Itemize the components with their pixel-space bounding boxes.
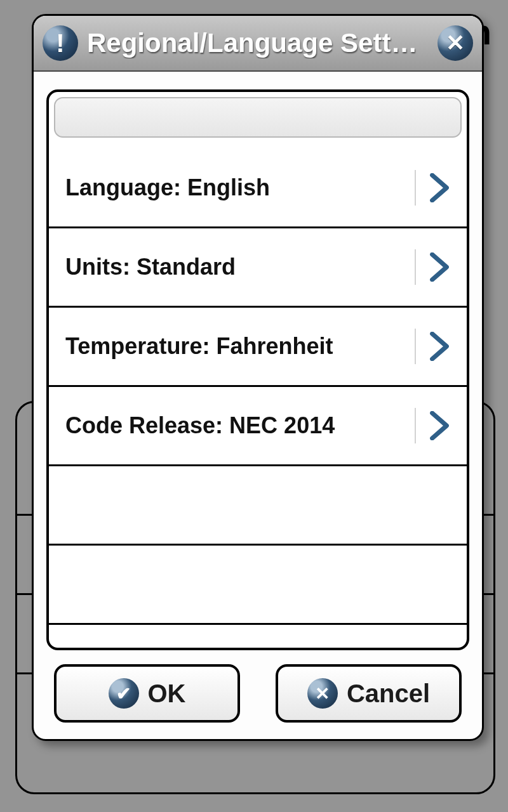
row-code-release[interactable]: Code Release: NEC 2014 <box>49 387 467 466</box>
row-empty <box>49 546 467 625</box>
dialog-body: Language: English Units: Standard Temper… <box>46 89 469 650</box>
cancel-button[interactable]: ✕ Cancel <box>276 664 462 723</box>
settings-list: Language: English Units: Standard Temper… <box>49 149 467 625</box>
chevron-right-icon <box>429 332 450 361</box>
row-label: Temperature: Fahrenheit <box>65 333 415 360</box>
row-separator <box>415 408 416 443</box>
row-separator <box>415 170 416 206</box>
chevron-right-icon <box>429 411 450 440</box>
regional-settings-dialog: ! Regional/Language Sett… ✕ Language: En… <box>32 14 484 741</box>
dialog-header: ! Regional/Language Sett… ✕ <box>34 16 482 72</box>
search-input[interactable] <box>54 97 462 138</box>
cancel-icon: ✕ <box>307 678 338 709</box>
row-label: Code Release: NEC 2014 <box>65 412 415 439</box>
row-label: Units: Standard <box>65 254 415 280</box>
ok-button[interactable]: ✔ OK <box>54 664 240 723</box>
row-empty <box>49 466 467 546</box>
chevron-right-icon <box>429 173 450 202</box>
chevron-right-icon <box>429 252 450 282</box>
alert-icon: ! <box>43 25 78 61</box>
row-separator <box>415 249 416 285</box>
row-language[interactable]: Language: English <box>49 149 467 228</box>
row-separator <box>415 329 416 364</box>
row-label: Language: English <box>65 174 415 201</box>
check-icon: ✔ <box>109 678 139 709</box>
ok-button-label: OK <box>148 679 186 708</box>
row-units[interactable]: Units: Standard <box>49 228 467 308</box>
dialog-footer: ✔ OK ✕ Cancel <box>54 664 462 723</box>
close-button[interactable]: ✕ <box>438 25 473 61</box>
cancel-button-label: Cancel <box>347 679 430 708</box>
row-temperature[interactable]: Temperature: Fahrenheit <box>49 308 467 387</box>
dialog-title: Regional/Language Sett… <box>87 28 429 58</box>
close-icon: ✕ <box>446 30 465 56</box>
